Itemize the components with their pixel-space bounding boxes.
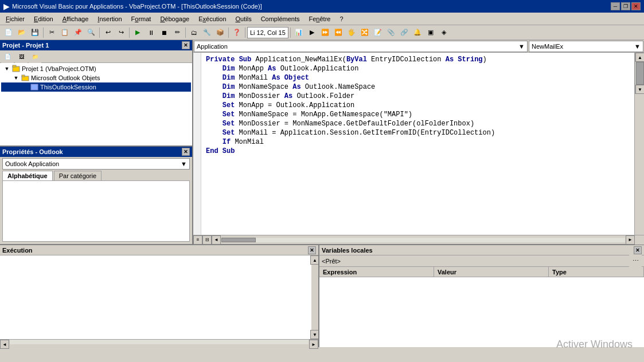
tb-break[interactable]: ⏸ bbox=[145, 26, 157, 39]
tb-reset[interactable]: ⏹ bbox=[158, 26, 170, 39]
tb-new[interactable]: 📄 bbox=[2, 26, 15, 39]
tb-objectbrowser[interactable]: 📦 bbox=[214, 26, 227, 39]
tree-item-session[interactable]: ThisOutlookSession bbox=[1, 82, 191, 92]
event-dropdown[interactable]: NewMailEx ▼ bbox=[529, 41, 643, 52]
tb-projectexplorer[interactable]: 🗂 bbox=[188, 26, 200, 39]
tree-folder-label: Microsoft Outlook Objets bbox=[31, 74, 100, 81]
proj-view-object[interactable]: 🖼 bbox=[15, 50, 28, 63]
code-header: Application ▼ NewMailEx ▼ bbox=[193, 40, 644, 53]
execution-panel: Exécution ✕ ▲ ▼ ◄ ► bbox=[0, 245, 319, 347]
close-button[interactable]: ✕ bbox=[631, 2, 641, 10]
vscroll-thumb[interactable] bbox=[636, 62, 644, 85]
tb-extra8[interactable]: 📎 bbox=[385, 26, 397, 39]
code-vertical-scrollbar[interactable]: ▲ ▼ bbox=[635, 53, 644, 94]
proj-toggle-folders[interactable]: 📁 bbox=[29, 50, 41, 63]
sep3 bbox=[129, 27, 130, 38]
tb-run[interactable]: ▶ bbox=[131, 26, 144, 39]
tb-redo[interactable]: ↪ bbox=[115, 26, 127, 39]
code-line-4: Dim MonNameSpace As Outlook.NameSpace bbox=[206, 82, 630, 92]
expand-icon: ▼ bbox=[2, 66, 11, 72]
properties-close-button[interactable]: ✕ bbox=[182, 148, 190, 156]
hscroll-thumb[interactable] bbox=[221, 238, 256, 242]
properties-tabs: Alphabétique Par catégorie bbox=[0, 171, 192, 180]
variables-close-button[interactable]: ✕ bbox=[634, 246, 642, 254]
hscroll-left-button[interactable]: ◄ bbox=[212, 235, 221, 245]
minimize-button[interactable]: ─ bbox=[611, 2, 620, 10]
code-line-8: Set MonNameSpace = MonApp.GetNamespace("… bbox=[206, 110, 630, 119]
execution-scrollbar[interactable]: ▲ ▼ bbox=[311, 255, 318, 339]
project-close-button[interactable]: ✕ bbox=[182, 41, 190, 49]
tb-extra7[interactable]: 📝 bbox=[372, 26, 384, 39]
tb-cut[interactable]: ✂ bbox=[45, 26, 58, 39]
menu-fenetre[interactable]: Fenêtre bbox=[305, 13, 335, 25]
tb-help[interactable]: ❓ bbox=[231, 26, 243, 39]
tb-extra2[interactable]: ▶ bbox=[306, 26, 318, 39]
application-dropdown[interactable]: Application ▼ bbox=[194, 41, 528, 52]
variables-panel: Variables locales ✕ <Prêt> ⋯ Expression … bbox=[319, 245, 644, 347]
tab-alphabetical[interactable]: Alphabétique bbox=[2, 171, 53, 180]
vscroll-down-button[interactable]: ▼ bbox=[635, 85, 644, 94]
tb-paste[interactable]: 📌 bbox=[72, 26, 84, 39]
tb-save[interactable]: 💾 bbox=[29, 26, 41, 39]
scroll-corner bbox=[635, 235, 644, 245]
tab-category[interactable]: Par catégorie bbox=[54, 171, 102, 180]
menu-complements[interactable]: Compléments bbox=[256, 13, 305, 25]
exec-hscroll-right[interactable]: ► bbox=[309, 340, 318, 349]
exec-scroll-up[interactable]: ▲ bbox=[310, 255, 318, 265]
menu-format[interactable]: Format bbox=[127, 13, 156, 25]
code-editor[interactable]: Private Sub Application_NewMailEx(ByVal … bbox=[201, 53, 635, 235]
title-bar: ▶ Microsoft Visual Basic pour Applicatio… bbox=[0, 0, 644, 13]
code-view-toggle1[interactable]: ≡ bbox=[193, 235, 202, 245]
hscroll-right-button[interactable]: ► bbox=[626, 235, 635, 245]
vscroll-track[interactable] bbox=[635, 62, 644, 85]
tb-extra12[interactable]: ◈ bbox=[438, 26, 450, 39]
tb-extra6[interactable]: 🔀 bbox=[358, 26, 371, 39]
tb-extra3[interactable]: ⏩ bbox=[319, 26, 331, 39]
tb-undo[interactable]: ↩ bbox=[102, 26, 114, 39]
sep4 bbox=[185, 27, 186, 38]
tb-find[interactable]: 🔍 bbox=[85, 26, 97, 39]
menu-execution[interactable]: Exécution bbox=[194, 13, 231, 25]
restore-button[interactable]: ❐ bbox=[621, 2, 630, 10]
tb-extra10[interactable]: 🔔 bbox=[411, 26, 424, 39]
vscroll-up-button[interactable]: ▲ bbox=[635, 53, 644, 62]
proj-view-code[interactable]: 📄 bbox=[1, 50, 14, 63]
tb-design[interactable]: ✏ bbox=[171, 26, 184, 39]
tb-extra11[interactable]: ▣ bbox=[424, 26, 437, 39]
properties-dropdown[interactable]: Outlook Application ▼ bbox=[2, 158, 190, 170]
tree-root[interactable]: ▼ Projet 1 (VbaProject.OTM) bbox=[1, 64, 191, 73]
tb-extra5[interactable]: 🖐 bbox=[345, 26, 358, 39]
menu-insertion[interactable]: Insertion bbox=[93, 13, 126, 25]
menu-outils[interactable]: Outils bbox=[231, 13, 256, 25]
app-icon: ▶ bbox=[3, 2, 10, 11]
execution-content[interactable] bbox=[0, 255, 311, 339]
code-horizontal-scrollbar[interactable]: ≡ ⊟ ◄ ► bbox=[193, 235, 644, 244]
menu-edition[interactable]: Edition bbox=[29, 13, 58, 25]
tb-copy[interactable]: 📋 bbox=[58, 26, 71, 39]
tb-extra9[interactable]: 🔗 bbox=[398, 26, 411, 39]
code-line-2: Dim MonApp As Outlook.Application bbox=[206, 64, 630, 73]
exec-hscroll-track[interactable] bbox=[10, 340, 309, 344]
tb-extra4[interactable]: ⏪ bbox=[332, 26, 345, 39]
sep7 bbox=[290, 27, 291, 38]
tb-extra1[interactable]: 📊 bbox=[292, 26, 305, 39]
menu-help[interactable]: ? bbox=[335, 13, 348, 25]
tree-item-label: ThisOutlookSession bbox=[40, 84, 96, 91]
exec-hscroll-left[interactable]: ◄ bbox=[0, 340, 9, 349]
menu-affichage[interactable]: Affichage bbox=[58, 13, 93, 25]
code-view-toggle2[interactable]: ⊟ bbox=[202, 235, 212, 245]
hscroll-track[interactable] bbox=[221, 238, 625, 242]
execution-close-button[interactable]: ✕ bbox=[308, 246, 316, 254]
execution-hscrollbar[interactable]: ◄ ► bbox=[0, 339, 318, 347]
exec-scroll-down[interactable]: ▼ bbox=[310, 330, 318, 339]
menu-debogage[interactable]: Débogage bbox=[155, 13, 194, 25]
variables-menu-button[interactable]: ⋯ bbox=[629, 255, 642, 267]
execution-content-wrap: ▲ ▼ bbox=[0, 255, 318, 339]
menu-fichier[interactable]: Fichier bbox=[1, 13, 29, 25]
project-icon bbox=[11, 65, 21, 73]
code-line-3: Dim MonMail As Object bbox=[206, 73, 630, 82]
tree-folder[interactable]: ▼ Microsoft Outlook Objets bbox=[1, 73, 191, 82]
tb-open[interactable]: 📂 bbox=[15, 26, 28, 39]
tb-properties[interactable]: 🔧 bbox=[201, 26, 213, 39]
main-area: Projet - Projet 1 ✕ 📄 🖼 📁 ▼ Projet 1 (Vb… bbox=[0, 40, 644, 244]
